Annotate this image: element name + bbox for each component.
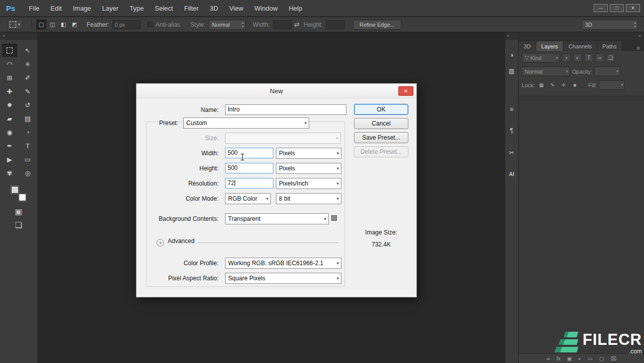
color-profile-select[interactable]: Working RGB: sRGB IEC61966-2.1 ▾ (225, 258, 341, 269)
color-depth-select[interactable]: 8 bit ▾ (276, 193, 341, 204)
styles-icon[interactable]: ▨ (507, 66, 517, 76)
healing-brush-tool[interactable]: ✚ (2, 85, 17, 98)
feather-input[interactable]: 0 px (112, 20, 140, 29)
tab-channels[interactable]: Channels (563, 41, 597, 51)
add-to-selection-button[interactable]: ◫ (47, 20, 57, 30)
panel-menu-icon[interactable]: ≡ (633, 45, 644, 51)
crop-tool[interactable]: ⊞ (2, 71, 17, 84)
adjustment-layer-icon[interactable]: ◐ (578, 356, 581, 361)
paragraph-icon[interactable]: ¶ (507, 126, 517, 136)
brush-tool[interactable]: ✎ (20, 85, 35, 98)
menu-select[interactable]: Select (150, 5, 179, 12)
refine-edge-button[interactable]: Refine Edge... (353, 20, 401, 30)
opacity-select[interactable]: ▾ (594, 67, 620, 76)
height-input[interactable]: 500 (225, 163, 273, 173)
tab-paths[interactable]: Paths (598, 41, 622, 51)
tab-layers[interactable]: Layers (536, 41, 563, 51)
blur-tool[interactable]: ◉ (2, 126, 17, 139)
fill-select[interactable]: ▾ (599, 80, 625, 90)
eraser-tool[interactable]: ▰ (2, 112, 17, 125)
filter-shape-layers-icon[interactable]: ▱ (595, 53, 604, 62)
ok-button[interactable]: OK (354, 104, 408, 115)
menu-window[interactable]: Window (249, 5, 283, 12)
menu-help[interactable]: Help (283, 5, 308, 12)
resolution-input[interactable]: 72 (225, 178, 273, 189)
pen-tool[interactable]: ✒ (2, 139, 17, 152)
filter-type-layers-icon[interactable]: T (584, 53, 593, 62)
tab-3d[interactable]: 3D (519, 41, 536, 51)
eyedropper-tool[interactable]: ✐ (20, 71, 35, 84)
collapse-tools-icon[interactable]: « (0, 32, 37, 40)
expand-panels-icon[interactable]: « (505, 32, 518, 40)
adjustments-icon[interactable]: ◑ (507, 50, 517, 60)
anti-alias-checkbox[interactable] (148, 22, 153, 27)
width-unit-select[interactable]: Pixels ▾ (276, 148, 341, 159)
menu-3d[interactable]: 3D (204, 5, 224, 12)
rectangular-marquee-tool[interactable] (2, 44, 17, 57)
menu-layer[interactable]: Layer (97, 5, 124, 12)
lock-transparency-icon[interactable]: ▦ (537, 81, 546, 89)
resolution-unit-select[interactable]: Pixels/Inch ▾ (276, 178, 341, 189)
width-input[interactable] (273, 20, 292, 29)
hand-tool[interactable]: ✾ (2, 166, 17, 179)
foreground-color-swatch[interactable] (11, 186, 19, 194)
tool-presets-icon[interactable]: ✂ (507, 148, 517, 158)
style-select[interactable]: Normal ▴▾ (208, 20, 246, 30)
dialog-title-bar[interactable]: New ✕ (136, 84, 416, 98)
quick-mask-button[interactable]: ▣ (15, 207, 22, 216)
new-selection-button[interactable]: ▢ (36, 20, 46, 30)
name-input[interactable]: Intro (225, 104, 346, 115)
menu-filter[interactable]: Filter (179, 5, 204, 12)
menu-view[interactable]: View (224, 5, 249, 12)
subtract-from-selection-button[interactable]: ◧ (58, 20, 68, 30)
color-mode-select[interactable]: RGB Color ▾ (225, 193, 271, 204)
save-preset-button[interactable]: Save Preset... (354, 132, 408, 143)
background-color-swatch[interactable] (19, 194, 26, 201)
swap-dimensions-icon[interactable]: ⇄ (294, 21, 300, 28)
delete-layer-icon[interactable]: ⌧ (610, 356, 616, 361)
rectangle-tool[interactable]: ▭ (20, 153, 35, 166)
cancel-button[interactable]: Cancel (354, 118, 408, 129)
screen-mode-button[interactable]: ❏ (15, 220, 22, 230)
collapse-panels-icon[interactable]: » (519, 32, 644, 40)
menu-type[interactable]: Type (124, 5, 149, 12)
filter-smart-objects-icon[interactable]: ❑ (606, 53, 615, 62)
gradient-tool[interactable]: ▤ (20, 112, 35, 125)
workspace-select[interactable]: 3D ▴▾ (582, 20, 638, 30)
path-selection-tool[interactable]: ▶ (2, 153, 17, 166)
blend-mode-select[interactable]: Normal ▾ (522, 67, 570, 76)
layer-effects-icon[interactable]: fx (556, 356, 560, 361)
menu-file[interactable]: File (23, 5, 45, 12)
lock-position-icon[interactable]: ✛ (559, 81, 568, 89)
preset-select[interactable]: Custom ▾ (183, 117, 309, 129)
restore-button[interactable]: □ (610, 4, 624, 12)
width-input[interactable]: 500 (225, 148, 273, 158)
lasso-tool[interactable]: ◠ (2, 57, 17, 71)
menu-image[interactable]: Image (67, 5, 97, 12)
lock-pixels-icon[interactable]: ✎ (548, 81, 557, 89)
minimize-button[interactable]: — (594, 4, 608, 12)
dialog-close-button[interactable]: ✕ (398, 86, 413, 96)
new-layer-icon[interactable]: ▢ (599, 356, 604, 361)
layer-mask-icon[interactable]: ▣ (567, 356, 571, 361)
type-tool[interactable]: T (20, 139, 35, 152)
layer-filter-kind-select[interactable]: ▽ Kind ▾ (522, 53, 560, 63)
close-button[interactable]: ✕ (626, 4, 640, 12)
dodge-tool[interactable]: ◔ (20, 126, 35, 139)
magic-wand-tool[interactable]: ✳ (20, 57, 35, 71)
height-input[interactable] (326, 20, 345, 29)
menu-edit[interactable]: Edit (45, 5, 67, 12)
zoom-tool[interactable]: ◎ (20, 166, 35, 179)
filter-pixel-layers-icon[interactable]: ▪ (562, 53, 571, 62)
filter-adjustment-layers-icon[interactable]: ◐ (573, 53, 582, 62)
advanced-collapse-button[interactable]: « (157, 239, 164, 247)
new-group-icon[interactable]: ▭ (588, 356, 592, 361)
tool-preset-picker[interactable]: ▾ (7, 20, 23, 29)
pixel-aspect-ratio-select[interactable]: Square Pixels ▾ (225, 273, 341, 284)
move-tool[interactable]: ↖ (20, 44, 35, 57)
clone-stamp-tool[interactable]: ✹ (2, 98, 17, 111)
intersect-selection-button[interactable]: ◩ (69, 20, 80, 30)
background-contents-select[interactable]: Transparent ▾ (225, 213, 329, 224)
lock-all-icon[interactable]: ■ (570, 81, 579, 89)
history-brush-tool[interactable]: ↺ (20, 98, 35, 111)
